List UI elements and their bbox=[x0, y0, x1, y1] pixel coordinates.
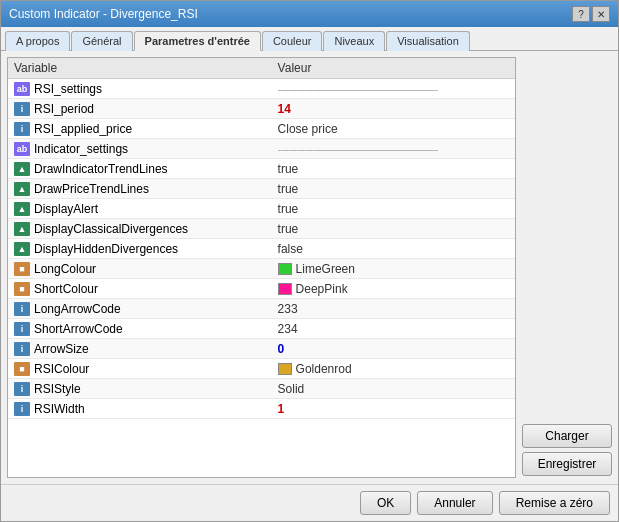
table-container: Variable Valeur ab RSI_settings --------… bbox=[7, 57, 516, 478]
var-name-14: RSIColour bbox=[34, 362, 89, 376]
type-badge-15: i bbox=[14, 382, 30, 396]
type-badge-7: ▲ bbox=[14, 222, 30, 236]
var-name-1: RSI_period bbox=[34, 102, 94, 116]
var-name-13: ArrowSize bbox=[34, 342, 89, 356]
table-row[interactable]: i RSIWidth 1 bbox=[8, 399, 515, 419]
table-row[interactable]: ab RSI_settings ------------------------… bbox=[8, 79, 515, 99]
val-cell-13: 0 bbox=[272, 339, 515, 359]
table-row[interactable]: ■ ShortColour DeepPink bbox=[8, 279, 515, 299]
type-badge-1: i bbox=[14, 102, 30, 116]
color-swatch-10 bbox=[278, 283, 292, 295]
title-bar: Custom Indicator - Divergence_RSI ? ✕ bbox=[1, 1, 618, 27]
table-row[interactable]: i RSIStyle Solid bbox=[8, 379, 515, 399]
type-badge-8: ▲ bbox=[14, 242, 30, 256]
var-name-3: Indicator_settings bbox=[34, 142, 128, 156]
table-row[interactable]: ▲ DisplayClassicalDivergences true bbox=[8, 219, 515, 239]
params-table: Variable Valeur ab RSI_settings --------… bbox=[8, 58, 515, 419]
tab-apropos[interactable]: A propos bbox=[5, 31, 70, 51]
window-title: Custom Indicator - Divergence_RSI bbox=[9, 7, 198, 21]
type-badge-11: i bbox=[14, 302, 30, 316]
color-swatch-14 bbox=[278, 363, 292, 375]
val-text-4: true bbox=[278, 162, 299, 176]
val-text-5: true bbox=[278, 182, 299, 196]
charger-button[interactable]: Charger bbox=[522, 424, 612, 448]
table-row[interactable]: i RSI_period 14 bbox=[8, 99, 515, 119]
remise-button[interactable]: Remise a zéro bbox=[499, 491, 610, 515]
var-name-16: RSIWidth bbox=[34, 402, 85, 416]
val-text-2: Close price bbox=[278, 122, 338, 136]
help-button[interactable]: ? bbox=[572, 6, 590, 22]
val-text-6: true bbox=[278, 202, 299, 216]
val-text-15: Solid bbox=[278, 382, 305, 396]
val-text-1: 14 bbox=[278, 102, 291, 116]
val-cell-16: 1 bbox=[272, 399, 515, 419]
var-name-9: LongColour bbox=[34, 262, 96, 276]
tab-params[interactable]: Parametres d'entrée bbox=[134, 31, 261, 51]
footer: OK Annuler Remise a zéro bbox=[1, 484, 618, 521]
close-button[interactable]: ✕ bbox=[592, 6, 610, 22]
var-name-4: DrawIndicatorTrendLines bbox=[34, 162, 168, 176]
var-name-0: RSI_settings bbox=[34, 82, 102, 96]
val-text-9: LimeGreen bbox=[296, 262, 355, 276]
type-badge-2: i bbox=[14, 122, 30, 136]
val-text-7: true bbox=[278, 222, 299, 236]
table-row[interactable]: ab Indicator_settings ------------------… bbox=[8, 139, 515, 159]
col-valeur: Valeur bbox=[272, 58, 515, 79]
type-badge-14: ■ bbox=[14, 362, 30, 376]
val-text-13: 0 bbox=[278, 342, 285, 356]
val-text-11: 233 bbox=[278, 302, 298, 316]
val-text-12: 234 bbox=[278, 322, 298, 336]
main-window: Custom Indicator - Divergence_RSI ? ✕ A … bbox=[0, 0, 619, 522]
val-cell-8: false bbox=[272, 239, 515, 259]
type-badge-10: ■ bbox=[14, 282, 30, 296]
type-badge-0: ab bbox=[14, 82, 30, 96]
val-text-10: DeepPink bbox=[296, 282, 348, 296]
table-row[interactable]: i RSI_applied_price Close price bbox=[8, 119, 515, 139]
val-text-8: false bbox=[278, 242, 303, 256]
type-badge-13: i bbox=[14, 342, 30, 356]
title-controls: ? ✕ bbox=[572, 6, 610, 22]
var-name-7: DisplayClassicalDivergences bbox=[34, 222, 188, 236]
table-row[interactable]: i ShortArrowCode 234 bbox=[8, 319, 515, 339]
val-cell-0: ----------------------------------------… bbox=[272, 79, 515, 99]
val-cell-14: Goldenrod bbox=[272, 359, 515, 379]
val-text-0: ----------------------------------------… bbox=[278, 83, 438, 95]
val-cell-15: Solid bbox=[272, 379, 515, 399]
tab-visualisation[interactable]: Visualisation bbox=[386, 31, 470, 51]
tab-niveaux[interactable]: Niveaux bbox=[323, 31, 385, 51]
val-text-3: ----------------------------------------… bbox=[278, 143, 438, 155]
type-badge-3: ab bbox=[14, 142, 30, 156]
val-cell-9: LimeGreen bbox=[272, 259, 515, 279]
ok-button[interactable]: OK bbox=[360, 491, 411, 515]
main-area: Variable Valeur ab RSI_settings --------… bbox=[1, 51, 618, 484]
table-row[interactable]: ▲ DrawPriceTrendLines true bbox=[8, 179, 515, 199]
table-row[interactable]: i LongArrowCode 233 bbox=[8, 299, 515, 319]
table-row[interactable]: ■ LongColour LimeGreen bbox=[8, 259, 515, 279]
enregistrer-button[interactable]: Enregistrer bbox=[522, 452, 612, 476]
type-badge-9: ■ bbox=[14, 262, 30, 276]
var-name-8: DisplayHiddenDivergences bbox=[34, 242, 178, 256]
var-name-15: RSIStyle bbox=[34, 382, 81, 396]
val-cell-12: 234 bbox=[272, 319, 515, 339]
var-name-12: ShortArrowCode bbox=[34, 322, 123, 336]
table-row[interactable]: ▲ DisplayHiddenDivergences false bbox=[8, 239, 515, 259]
val-cell-3: ----------------------------------------… bbox=[272, 139, 515, 159]
table-row[interactable]: ■ RSIColour Goldenrod bbox=[8, 359, 515, 379]
table-row[interactable]: ▲ DisplayAlert true bbox=[8, 199, 515, 219]
val-cell-11: 233 bbox=[272, 299, 515, 319]
tab-general[interactable]: Général bbox=[71, 31, 132, 51]
val-cell-7: true bbox=[272, 219, 515, 239]
val-cell-6: true bbox=[272, 199, 515, 219]
type-badge-4: ▲ bbox=[14, 162, 30, 176]
annuler-button[interactable]: Annuler bbox=[417, 491, 492, 515]
tab-couleur[interactable]: Couleur bbox=[262, 31, 323, 51]
type-badge-6: ▲ bbox=[14, 202, 30, 216]
side-buttons: Charger Enregistrer bbox=[522, 57, 612, 478]
var-name-6: DisplayAlert bbox=[34, 202, 98, 216]
table-row[interactable]: ▲ DrawIndicatorTrendLines true bbox=[8, 159, 515, 179]
val-cell-1: 14 bbox=[272, 99, 515, 119]
table-row[interactable]: i ArrowSize 0 bbox=[8, 339, 515, 359]
val-cell-5: true bbox=[272, 179, 515, 199]
tabs-bar: A proposGénéralParametres d'entréeCouleu… bbox=[1, 27, 618, 51]
val-cell-10: DeepPink bbox=[272, 279, 515, 299]
